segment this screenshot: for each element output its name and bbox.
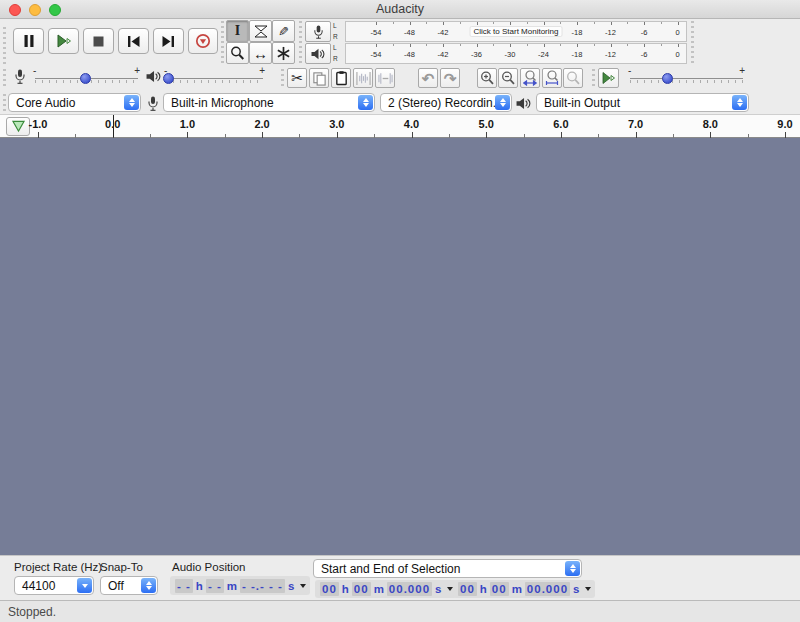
recording-channels-select[interactable]: 2 (Stereo) Recordin... — [380, 93, 512, 112]
record-button[interactable] — [188, 28, 218, 54]
timefield-digits: - - — [206, 579, 224, 593]
zoom-out-button[interactable] — [498, 68, 518, 88]
envelope-tool-button[interactable] — [249, 20, 272, 42]
envelope-tool-icon — [253, 25, 269, 38]
meter-monitoring-hint[interactable]: Click to Start Monitoring — [470, 26, 563, 37]
copy-button[interactable] — [309, 68, 329, 88]
snap-to-stepper — [141, 578, 156, 593]
edit-toolbar-grip[interactable] — [281, 69, 284, 89]
play-meter[interactable]: -54-48-42-36-30-24-18-12-60 — [345, 43, 687, 64]
meter-tick — [410, 44, 411, 47]
meter-tick-minor — [460, 22, 461, 24]
trim-audio-icon — [355, 71, 372, 86]
meter-tick-minor — [493, 44, 494, 46]
cut-button[interactable]: ✂ — [287, 68, 307, 88]
meter-tick-minor — [560, 44, 561, 46]
ruler-label: -1.0 — [29, 118, 48, 130]
meter-scale-number: 0 — [675, 50, 679, 59]
timeline-ruler[interactable]: -1.00.01.02.03.04.05.06.07.08.09.0 — [0, 115, 800, 138]
timefield-unit: h — [342, 583, 349, 595]
meter-scale-number: -42 — [438, 28, 449, 37]
playback-volume-slider[interactable]: - + — [164, 66, 265, 88]
meter-tick — [376, 22, 377, 25]
pause-button[interactable] — [13, 28, 44, 54]
timefield-format-arrow[interactable] — [585, 587, 591, 591]
playback-device-stepper — [732, 95, 747, 110]
zoom-out-icon — [501, 71, 516, 86]
skip-to-end-button[interactable] — [153, 28, 184, 54]
redo-button[interactable]: ↷ — [440, 68, 460, 88]
playback-volume-ticks — [166, 80, 263, 83]
play-at-speed-button[interactable] — [598, 68, 619, 88]
speaker-icon — [311, 48, 325, 60]
playback-volume-knob[interactable] — [163, 73, 174, 84]
meter-toolbar-grip[interactable] — [299, 21, 302, 65]
stop-button[interactable] — [83, 28, 114, 54]
zoom-in-button[interactable] — [477, 68, 497, 88]
play-speed-slider[interactable]: - + — [628, 66, 745, 88]
timefield-format-arrow[interactable] — [300, 584, 306, 588]
paste-button[interactable] — [331, 68, 351, 88]
fit-project-button[interactable] — [542, 68, 562, 88]
ruler-label: 6.0 — [553, 118, 568, 130]
timefield-unit: h — [480, 583, 487, 595]
selection-start-field[interactable]: 00h00m00.000s — [315, 580, 457, 598]
project-rate-combo[interactable]: 44100 — [14, 576, 94, 595]
timefield-unit: s — [288, 580, 294, 592]
play-speed-track — [630, 78, 743, 79]
selection-toolbar: Project Rate (Hz) 44100 Snap-To Off Audi… — [0, 555, 800, 600]
meter-tick — [544, 22, 545, 25]
selection-mode-select[interactable]: Start and End of Selection — [313, 559, 582, 578]
selection-end-field[interactable]: 00h00m00.000s — [453, 580, 595, 598]
playback-volume-speaker-icon — [146, 70, 161, 83]
meter-scale-number: -24 — [538, 50, 549, 59]
record-meter-channel-labels: L R — [333, 21, 343, 42]
window-title: Audacity — [0, 2, 800, 16]
record-meter[interactable]: -54-48-42-18-12-60Click to Start Monitor… — [345, 21, 687, 42]
zoom-tool-button[interactable] — [226, 42, 249, 64]
meter-tick — [510, 44, 511, 47]
undo-button[interactable]: ↶ — [418, 68, 438, 88]
audio-position-field[interactable]: - -h- -m- -.- - -s — [170, 576, 310, 595]
playhead-cursor[interactable] — [113, 115, 114, 137]
mixer-toolbar-grip[interactable] — [3, 69, 6, 89]
audio-host-stepper — [124, 95, 139, 110]
playback-device-select[interactable]: Built-in Output — [536, 93, 749, 112]
silence-audio-button[interactable] — [375, 68, 395, 88]
meter-scale-number: -6 — [641, 50, 648, 59]
skip-to-start-button[interactable] — [118, 28, 149, 54]
device-toolbar-grip[interactable] — [3, 94, 6, 111]
multi-tool-button[interactable] — [272, 42, 295, 64]
speed-toolbar-grip[interactable] — [592, 69, 595, 89]
meter-tick — [477, 22, 478, 25]
meter-scale-number: -12 — [605, 50, 616, 59]
selection-tool-button[interactable]: I — [226, 20, 249, 42]
play-meter-button[interactable] — [305, 43, 331, 64]
record-meter-button[interactable] — [305, 21, 331, 42]
meter-tick — [611, 44, 612, 47]
play-button[interactable] — [48, 28, 79, 54]
zoom-toggle-button[interactable] — [563, 68, 583, 88]
trim-audio-button[interactable] — [353, 68, 373, 88]
time-shift-tool-button[interactable]: ↔ — [249, 42, 272, 64]
zoom-in-icon — [480, 71, 495, 86]
play-speed-knob[interactable] — [662, 73, 673, 84]
project-rate-value: 44100 — [22, 579, 55, 593]
meter-tick — [410, 22, 411, 25]
playback-volume-track — [166, 78, 263, 79]
transport-toolbar-grip[interactable] — [3, 27, 6, 67]
track-area[interactable] — [0, 138, 800, 555]
recording-device-stepper — [358, 95, 373, 110]
tools-toolbar-grip[interactable] — [221, 21, 224, 65]
recording-device-select[interactable]: Built-in Microphone — [163, 93, 375, 112]
snap-to-select[interactable]: Off — [100, 576, 158, 595]
meter-tick — [577, 22, 578, 25]
audio-host-select[interactable]: Core Audio — [8, 93, 141, 112]
silence-audio-icon — [377, 71, 394, 86]
meter-scale-number: -12 — [605, 28, 616, 37]
fit-selection-button[interactable] — [520, 68, 540, 88]
meter-scale-number: -18 — [572, 28, 583, 37]
draw-tool-button[interactable]: ✎ — [272, 20, 295, 42]
meter-toolbar-end-grip[interactable] — [691, 21, 694, 65]
record-volume-slider[interactable]: - + — [33, 66, 140, 88]
